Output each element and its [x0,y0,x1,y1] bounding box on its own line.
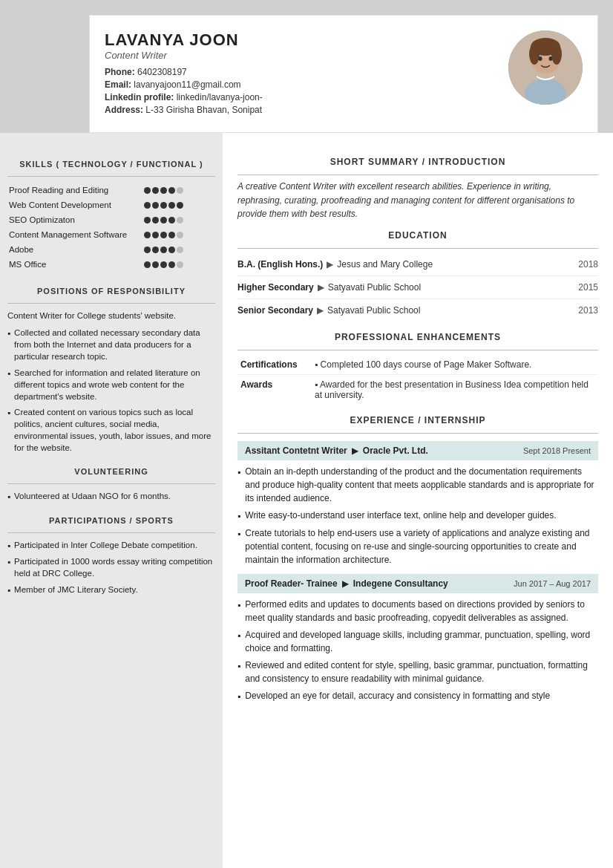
edu-arrow-icon: ▶ [318,282,324,293]
edu-row: B.A. (English Hons.) ▶ Jesus and Mary Co… [237,253,598,276]
exp-period: Sept 2018 Present [523,446,591,455]
skill-name: Web Content Development [7,198,142,212]
skill-row: SEO Optimizaton [7,212,215,227]
skill-dot [177,261,183,268]
skill-name: SEO Optimizaton [7,212,142,227]
edu-row: Senior Secondary ▶ Satyavati Public Scho… [237,299,598,322]
exp-job-left: Assitant Contetnt Writer ▶ Oracle Pvt. L… [245,446,428,456]
edu-degree: Higher Secondary [237,282,314,293]
skill-dot [144,232,151,238]
skill-dots [142,257,215,272]
skill-row: Web Content Development [7,198,215,212]
skill-dot [160,232,167,238]
skill-dot [160,202,167,209]
edu-arrow-icon: ▶ [317,305,324,316]
edu-left: Higher Secondary ▶ Satyavati Public Scho… [237,282,421,293]
skill-dot [152,247,159,253]
pos-divider [7,303,215,304]
candidate-name: LAVANYA JOON [105,30,263,50]
prof-item: ▪ Awarded for the best presentation in B… [312,374,598,405]
skill-row: Proof Reading and Editing [7,183,215,198]
skills-divider [7,176,215,177]
vol-divider [7,483,215,484]
prof-cat: Awards [237,374,312,405]
left-panel: SKILLS ( TECHNOLOGY / FUNCTIONAL ) Proof… [0,133,223,868]
exp-divider [237,433,598,434]
exp-title: EXPERIENCE / INTERNSHIP [237,415,598,425]
skill-dot [144,217,151,223]
edu-school: Satyavati Public School [327,305,420,316]
edu-title: EDUCATION [237,230,598,241]
svg-point-6 [539,56,542,61]
edu-degree: B.A. (English Hons.) [237,259,323,270]
skill-dot [168,247,175,253]
edu-divider [237,248,598,249]
phone-value: 6402308197 [137,67,187,77]
exp-arrow-icon: ▶ [342,578,349,589]
skill-dots [142,227,215,242]
skill-dot [152,261,159,268]
exp-bullet: Create tutorials to help end-users use a… [237,526,598,567]
skill-dot [177,217,183,223]
prof-item: ▪ Completed 100 days course of Page Make… [312,355,598,375]
skill-dot [177,187,183,194]
skill-dot [160,217,167,223]
prof-row: Awards▪ Awarded for the best presentatio… [237,374,598,405]
edu-row: Higher Secondary ▶ Satyavati Public Scho… [237,276,598,299]
exp-bullet: Acquired and developed language skills, … [237,628,598,655]
prof-divider [237,350,598,350]
skill-dot [177,202,183,209]
education-rows: B.A. (English Hons.) ▶ Jesus and Mary Co… [237,253,598,322]
skill-dot [152,217,159,223]
email-line: Email: lavanyajoon11@gmail.com [105,79,263,90]
exp-period: Jun 2017 – Aug 2017 [514,579,591,588]
pos-title: POSITIONS OF RESPONSIBILITY [7,287,215,296]
skill-dot [168,187,175,194]
skill-dot [152,202,159,209]
skill-dot [152,232,159,238]
edu-degree: Senior Secondary [237,305,313,316]
svg-point-5 [551,44,562,65]
pos-org: Content Writer for College students' web… [7,310,215,322]
pos-bullet: Collected and collated necessary seconda… [7,327,215,362]
phone-line: Phone: 6402308197 [105,67,263,77]
summary-title: SHORT SUMMARY / INTRODUCTION [237,157,598,167]
pos-resp-content: Content Writer for College students' web… [7,310,215,454]
exp-role: Proof Reader- Trainee [245,578,338,589]
skill-dot [160,187,167,194]
part-title: PARTICIPATIONS / SPORTS [7,516,215,525]
skill-dot [152,187,159,194]
resume-page: LAVANYA JOON Content Writer Phone: 64023… [0,0,613,868]
skill-dot [160,261,167,268]
address-label: Address: [105,105,143,115]
skill-dot [160,247,167,253]
part-bullet: Participated in 1000 words essay writing… [7,555,215,579]
edu-arrow-icon: ▶ [327,259,333,270]
job-title: Content Writer [105,50,263,61]
avatar [508,30,583,105]
exp-bullet: Obtain an in-depth understanding of the … [237,465,598,505]
email-value: lavanyajoon11@gmail.com [134,79,240,90]
skill-dot [168,202,175,209]
skill-name: Proof Reading and Editing [7,183,142,198]
skill-dot [168,217,175,223]
exp-role: Assitant Contetnt Writer [245,446,347,456]
prof-title: PROFESSIONAL ENHANCEMENTS [237,332,598,342]
edu-left: B.A. (English Hons.) ▶ Jesus and Mary Co… [237,259,433,270]
skill-name: Adobe [7,242,142,257]
prof-cat: Certifications [237,355,312,375]
skill-dot [144,187,151,194]
exp-job-bar: Proof Reader- Trainee ▶ Indegene Consult… [237,574,598,593]
summary-text: A creative Content Writer with excellent… [237,180,598,221]
part-bullet: Participated in Inter College Debate com… [7,539,215,552]
linkedin-line: Linkedin profile: linkedin/lavanya-joon- [105,92,263,102]
edu-school: Jesus and Mary College [337,259,433,270]
skill-dots [142,198,215,212]
linkedin-value: linkedin/lavanya-joon- [177,92,263,102]
skills-table: Proof Reading and EditingWeb Content Dev… [7,183,215,272]
edu-year: 2013 [578,305,598,316]
skill-row: Adobe [7,242,215,257]
jobs-section: Assitant Contetnt Writer ▶ Oracle Pvt. L… [237,441,598,703]
exp-company: Oracle Pvt. Ltd. [363,446,428,456]
skill-dot [168,232,175,238]
